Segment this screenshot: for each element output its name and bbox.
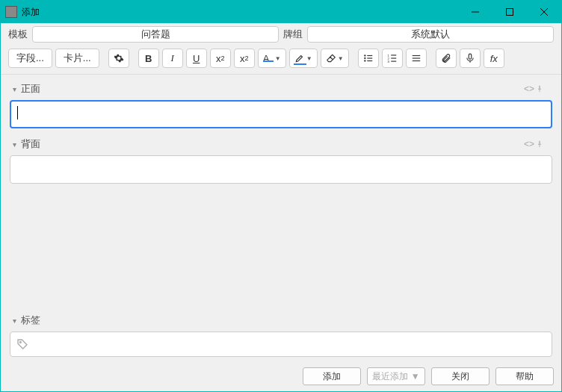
eraser-icon: [326, 53, 336, 63]
fields-area: ▾ 正面 <> ▾ 背面 <>: [1, 75, 561, 312]
highlighter-icon: [294, 53, 305, 63]
close-dialog-label: 关闭: [451, 370, 469, 383]
add-button-label: 添加: [323, 370, 341, 383]
cards-button-label: 卡片...: [64, 52, 91, 65]
history-button-label: 最近添加 ▼: [372, 370, 419, 383]
tags-section: ▾ 标签: [1, 312, 561, 363]
svg-rect-7: [367, 55, 372, 56]
list-ul-icon: [363, 53, 374, 63]
pin-icon[interactable]: [536, 140, 549, 149]
field-back-input[interactable]: [10, 155, 552, 184]
fx-label: fx: [490, 53, 498, 64]
paperclip-icon: [441, 53, 451, 63]
tag-icon: [16, 338, 28, 350]
text-color-button[interactable]: A ▼: [258, 49, 286, 68]
field-front: ▾ 正面 <>: [10, 81, 552, 128]
html-toggle-icon[interactable]: <>: [522, 139, 536, 149]
bold-button[interactable]: B: [138, 49, 159, 68]
svg-point-20: [19, 341, 21, 343]
tags-label: 标签: [21, 314, 40, 327]
ordered-list-button[interactable]: 123: [382, 49, 403, 68]
maximize-button[interactable]: [492, 1, 527, 23]
deck-label: 牌组: [283, 28, 303, 41]
chevron-down-icon: ▼: [306, 55, 312, 62]
underline-button[interactable]: U: [186, 49, 207, 68]
field-back-label: 背面: [21, 137, 522, 151]
settings-button[interactable]: [108, 49, 129, 68]
italic-button[interactable]: I: [162, 49, 183, 68]
svg-rect-14: [391, 57, 396, 58]
history-button[interactable]: 最近添加 ▼: [367, 367, 425, 385]
svg-text:3: 3: [387, 60, 389, 63]
deck-value: 系统默认: [411, 28, 450, 41]
svg-rect-9: [367, 60, 372, 61]
field-back: ▾ 背面 <>: [10, 136, 552, 184]
fields-button-label: 字段...: [16, 52, 44, 65]
field-back-header[interactable]: ▾ 背面 <>: [10, 136, 552, 152]
close-dialog-button[interactable]: 关闭: [431, 367, 490, 385]
chevron-down-icon: ▼: [338, 55, 344, 62]
close-button[interactable]: [527, 1, 561, 23]
cards-button[interactable]: 卡片...: [55, 49, 99, 68]
template-selector[interactable]: 问答题: [32, 26, 279, 43]
html-toggle-icon[interactable]: <>: [522, 84, 536, 94]
svg-rect-1: [507, 9, 513, 16]
microphone-icon: [465, 53, 475, 63]
field-front-header[interactable]: ▾ 正面 <>: [10, 81, 552, 97]
alignment-button[interactable]: [406, 49, 427, 68]
eraser-button[interactable]: ▼: [321, 49, 349, 68]
editor-toolbar: 字段... 卡片... B I U x2 x2 A ▼ ▼ ▼ 123 fx: [1, 46, 561, 75]
superscript-button[interactable]: x2: [210, 49, 231, 68]
svg-rect-13: [391, 55, 396, 55]
highlight-button[interactable]: ▼: [289, 49, 318, 68]
titlebar: 添加: [1, 1, 561, 23]
pin-icon[interactable]: [536, 84, 549, 93]
add-button[interactable]: 添加: [303, 367, 361, 385]
svg-point-5: [364, 57, 365, 59]
help-button[interactable]: 帮助: [495, 367, 554, 385]
svg-rect-18: [412, 60, 420, 61]
record-audio-button[interactable]: [460, 49, 481, 68]
minimize-button[interactable]: [458, 1, 492, 23]
svg-rect-16: [412, 55, 420, 56]
chevron-down-icon: ▼: [275, 55, 281, 62]
svg-rect-19: [469, 54, 472, 59]
field-front-input[interactable]: [10, 100, 552, 128]
svg-rect-15: [391, 61, 396, 62]
chevron-down-icon: ▾: [13, 140, 16, 149]
subscript-button[interactable]: x2: [234, 49, 255, 68]
svg-point-6: [364, 60, 365, 61]
svg-rect-8: [367, 57, 372, 58]
app-icon: [5, 6, 17, 18]
deck-selector[interactable]: 系统默认: [307, 26, 554, 43]
template-label: 模板: [8, 28, 28, 41]
svg-rect-17: [412, 57, 420, 58]
help-button-label: 帮助: [516, 370, 534, 383]
tags-input[interactable]: [10, 332, 552, 357]
bottom-bar: 添加 最近添加 ▼ 关闭 帮助: [1, 363, 561, 391]
field-front-label: 正面: [21, 82, 522, 96]
tags-header[interactable]: ▾ 标签: [10, 312, 552, 329]
top-selectors: 模板 问答题 牌组 系统默认: [1, 23, 561, 46]
equation-button[interactable]: fx: [484, 49, 504, 68]
window-title: 添加: [22, 6, 458, 19]
list-ol-icon: 123: [387, 53, 398, 63]
svg-point-4: [364, 55, 365, 56]
chevron-down-icon: ▾: [13, 317, 16, 325]
chevron-down-icon: ▾: [13, 85, 16, 93]
attachment-button[interactable]: [436, 49, 457, 68]
align-icon: [411, 53, 422, 63]
gear-icon: [114, 53, 124, 63]
unordered-list-button[interactable]: [358, 49, 379, 68]
template-value: 问答题: [141, 28, 170, 41]
fields-button[interactable]: 字段...: [8, 49, 52, 68]
